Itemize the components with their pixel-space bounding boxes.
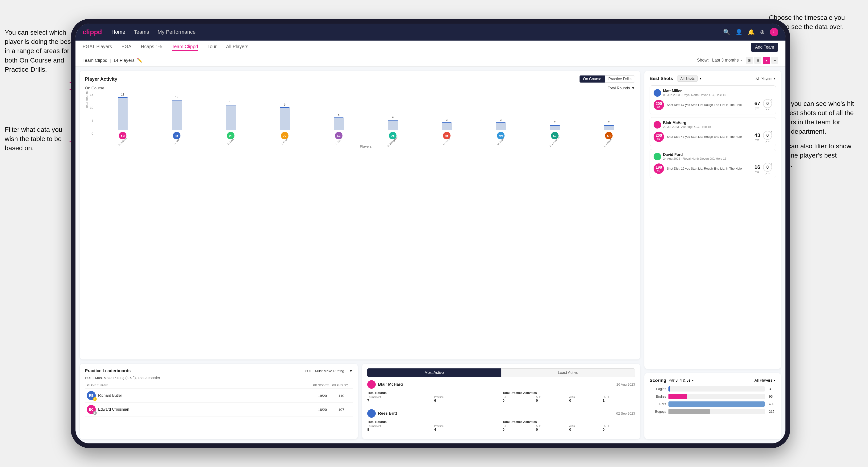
- nav-item-performance[interactable]: My Performance: [158, 29, 195, 35]
- shot-player-avatar-1: [654, 89, 661, 97]
- on-course-toggle[interactable]: On Course: [580, 75, 605, 83]
- scoring-bar-fill-0: [669, 386, 670, 392]
- leaderboard-header: Practice Leaderboards PUTT Must Make Put…: [85, 368, 352, 373]
- least-active-btn[interactable]: Least Active: [501, 368, 635, 377]
- top-nav: clippd Home Teams My Performance 🔍 👤 🔔 ⊕…: [75, 24, 785, 40]
- most-active-header: Most Active Least Active: [367, 368, 635, 377]
- filter-view-btn[interactable]: ≡: [771, 57, 778, 64]
- tablet-frame: clippd Home Teams My Performance 🔍 👤 🔔 ⊕…: [71, 19, 790, 448]
- scoring-row-0: Eagles 3: [650, 386, 776, 392]
- sub-nav-pga[interactable]: PGA: [121, 44, 131, 51]
- scoring-card: Scoring Par 3, 4 & 5s ▼ All Players ▼: [644, 373, 781, 439]
- bar-group-1: 12 RB R. Britt: [151, 96, 203, 143]
- scoring-filter-1[interactable]: Par 3, 4 & 5s ▼: [669, 378, 694, 382]
- active-date-2: 02 Sep 2023: [616, 412, 635, 415]
- active-player-1: Blair McHarg 26 Aug 2023 Total Rounds To…: [367, 380, 635, 406]
- show-label: Show:: [697, 58, 709, 63]
- scoring-bar-fill-2: [669, 401, 765, 407]
- table-view-btn[interactable]: ▦: [754, 57, 762, 64]
- bar-top-line-7: [496, 122, 506, 123]
- chevron-down-icon[interactable]: ▼: [699, 77, 702, 80]
- nav-item-teams[interactable]: Teams: [134, 29, 149, 35]
- bar-group-5: 4 OB O. Billingham: [367, 116, 419, 143]
- annotation-left-bottom: Filter what data you wish the table to b…: [5, 125, 71, 153]
- shot-metrics-2: 200 SG Shot Dist: 43 yds Start Lie: Roug…: [654, 131, 772, 143]
- bar-top-line-5: [388, 120, 398, 121]
- bar-top-line-4: [334, 118, 344, 118]
- left-panel: Player Activity On Course Practice Drill…: [80, 71, 640, 439]
- leaderboard-filter[interactable]: PUTT Must Make Putting ... ▼: [305, 369, 352, 373]
- shot-stat-zero-1: 0 yds: [763, 99, 772, 111]
- practice-drills-toggle[interactable]: Practice Drills: [605, 75, 635, 83]
- sub-nav-pgat[interactable]: PGAT Players: [83, 44, 112, 51]
- scoring-chart: Eagles 3 Birdies 96 Pars 499 Bogeys: [650, 386, 776, 414]
- player-row-left-2: EC 2 Edward Crossman: [87, 405, 313, 414]
- activity-toggle: On Course Practice Drills: [580, 75, 635, 83]
- bar-group-7: 3 MM M. Miller: [475, 118, 527, 143]
- sub-nav-hcaps[interactable]: Hcaps 1-5: [141, 44, 162, 51]
- most-active-btn[interactable]: Most Active: [367, 368, 501, 377]
- user-avatar[interactable]: U: [770, 28, 778, 36]
- scoring-bar-val-0: 3: [769, 387, 776, 391]
- team-header: Team Clippd | 14 Players ✏️ Show: Last 3…: [75, 54, 785, 66]
- shot-player-info-2: Blair McHarg 23 Jul 2023 · Ashridge GC, …: [663, 121, 711, 129]
- shot-stat-zero-3: 0 yds: [763, 163, 772, 175]
- sub-nav-tour[interactable]: Tour: [207, 44, 217, 51]
- shot-chevron-3[interactable]: ›: [771, 161, 772, 166]
- time-filter-select[interactable]: Last 3 months ▼: [712, 58, 743, 63]
- bar-top-line-8: [550, 125, 560, 126]
- bar-2: [226, 105, 236, 130]
- chart-filter[interactable]: Total Rounds ▼: [608, 86, 635, 90]
- heart-view-btn[interactable]: ♥: [763, 57, 770, 64]
- best-shots-title: Best Shots: [650, 76, 673, 81]
- chart-sub-header: On Course Total Rounds ▼: [85, 86, 635, 91]
- active-date-1: 26 Aug 2023: [616, 382, 635, 386]
- bar-group-9: 2 LR L. Robertson: [583, 121, 635, 143]
- scoring-title: Scoring: [650, 378, 666, 383]
- scoring-header: Scoring Par 3, 4 & 5s ▼ All Players ▼: [650, 378, 776, 383]
- chart-sub-title: On Course: [85, 86, 104, 91]
- best-shots-header: Best Shots All Shots ▼ All Players ▼: [650, 75, 776, 82]
- shot-chevron-1[interactable]: ›: [771, 97, 772, 102]
- nav-item-home[interactable]: Home: [111, 29, 125, 35]
- score-2: 18/20: [313, 408, 332, 412]
- main-content: Player Activity On Course Practice Drill…: [75, 66, 785, 443]
- sub-nav-team-clippd[interactable]: Team Clippd: [172, 44, 198, 51]
- active-stats-1: Total Rounds Tournament7 Practice6 Total…: [367, 391, 635, 402]
- bar-3: [280, 107, 290, 130]
- shots-tabs: All Shots ▼: [677, 75, 702, 82]
- bar-group-0: 13 BM B. McHarg: [96, 93, 149, 143]
- people-icon[interactable]: 👤: [736, 29, 743, 35]
- search-icon[interactable]: 🔍: [723, 29, 730, 35]
- shot-player-name-1: Matt Miller: [663, 89, 726, 93]
- scoring-bar-val-2: 499: [769, 402, 776, 406]
- all-players-filter[interactable]: All Players ▼: [755, 76, 776, 81]
- team-separator: |: [110, 58, 111, 63]
- sub-nav: PGAT Players PGA Hcaps 1-5 Team Clippd T…: [75, 40, 785, 54]
- shot-stat-2: 43 yds: [754, 132, 760, 141]
- grid-view-btn[interactable]: ⊞: [746, 57, 753, 64]
- shot-player-avatar-3: [654, 153, 661, 160]
- bar-6: [442, 122, 452, 130]
- activity-title: Player Activity: [85, 76, 117, 82]
- edit-icon[interactable]: ✏️: [137, 58, 143, 63]
- scoring-bar-wrap-1: [669, 394, 765, 399]
- scoring-filter-2[interactable]: All Players ▼: [754, 378, 776, 382]
- player-row-left-1: RB 1 Richard Butler: [87, 391, 313, 400]
- scoring-label-3: Bogeys: [650, 410, 666, 413]
- active-avatar-2: [367, 409, 376, 418]
- scoring-bar-val-3: 215: [769, 410, 776, 413]
- scoring-bar-wrap-3: [669, 409, 765, 414]
- shot-chevron-2[interactable]: ›: [771, 129, 772, 134]
- shot-stat-3: 16 yds: [754, 164, 760, 173]
- shot-item-1: Matt Miller 09 Jun 2023 · Royal North De…: [650, 85, 776, 115]
- bell-icon[interactable]: 🔔: [748, 29, 755, 35]
- scoring-row-1: Birdies 96: [650, 394, 776, 399]
- sub-nav-all-players[interactable]: All Players: [226, 44, 248, 51]
- shot-player-row-2: Blair McHarg 23 Jul 2023 · Ashridge GC, …: [654, 121, 772, 129]
- add-team-button[interactable]: Add Team: [751, 43, 778, 52]
- add-icon[interactable]: ⊕: [760, 29, 765, 35]
- scoring-bar-wrap-2: [669, 401, 765, 407]
- all-shots-tab[interactable]: All Shots: [677, 75, 698, 82]
- rank-badge-1: 1: [93, 397, 97, 401]
